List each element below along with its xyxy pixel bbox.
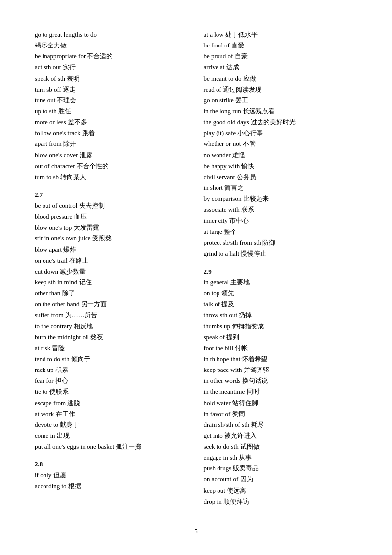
entry-grind-to-a-halt: grind to a halt 慢慢停止: [204, 249, 358, 259]
entry-arrive-at: arrive at 达成: [204, 62, 358, 72]
entry-at-work: at work 在工作: [35, 409, 189, 419]
entry-according-to: according to 根据: [35, 481, 189, 491]
entry-civil-servant: civil servant 公务员: [204, 172, 358, 182]
entry-speak-of: speak of 提到: [204, 332, 358, 342]
entry-speak-of-sth: speak of sth 表明: [35, 74, 189, 84]
entry-come-in: come in 出现: [35, 431, 189, 441]
entry-in-favor-of: in favor of 赞同: [204, 409, 358, 419]
entry-drain-of-sth: drain sh/sth of sth 耗尽: [204, 420, 358, 430]
entry-associate-with: associate with 联系: [204, 205, 358, 215]
entry-more-or-less: more or less 差不多: [35, 117, 189, 127]
entry-on-top: on top 领先: [204, 288, 358, 298]
entry-devote-to: devote to 献身于: [35, 420, 189, 430]
entry-blow-ones-cover: blow one's cover 泄露: [35, 150, 189, 160]
two-column-layout: go to great lengths to do 竭尽全力做 be inapp…: [35, 30, 357, 508]
entry-fear-for: fear for 担心: [35, 376, 189, 386]
entry-seek-to-do: seek to do sth 试图做: [204, 442, 358, 452]
entry-keep-out: keep out 使远离: [204, 486, 358, 496]
entry-jie-jin-quan-li: 竭尽全力做: [35, 41, 189, 50]
entry-turn-sb-off: turn sb off 逐走: [35, 85, 189, 94]
right-top-entries: at a low 处于低水平 be fond of 喜爱 be proud of…: [204, 30, 358, 260]
section-29-header: 2.9: [204, 268, 358, 276]
entry-no-wonder: no wonder 难怪: [204, 150, 358, 160]
section-29: 2.9 in general 主要地 on top 领先 talk of 提及 …: [204, 260, 358, 508]
entry-engage-in-sth: engage in sth 从事: [204, 453, 358, 462]
entry-drop-in: drop in 顺便拜访: [204, 497, 358, 507]
entry-be-fond-of: be fond of 喜爱: [204, 41, 358, 50]
entry-if-only: if only 但愿: [35, 470, 189, 480]
entry-apart-from: apart from 除开: [35, 139, 189, 149]
entry-burn-midnight-oil: burn the midnight oil 熬夜: [35, 332, 189, 342]
entry-at-risk: at risk 冒险: [35, 343, 189, 353]
entry-in-other-words: in other words 换句话说: [204, 376, 358, 386]
entry-throw-sth-out: throw sth out 扔掉: [204, 310, 358, 320]
entry-blow-apart: blow apart 爆炸: [35, 245, 189, 255]
right-column: at a low 处于低水平 be fond of 喜爱 be proud of…: [204, 30, 358, 508]
entry-out-of-character: out of character 不合个性的: [35, 161, 189, 171]
entry-push-drugs: push drugs 贩卖毒品: [204, 463, 358, 473]
entry-keep-pace-with: keep pace with 并驾齐驱: [204, 365, 358, 375]
section-27-header: 2.7: [35, 191, 189, 199]
page-number: 5: [35, 527, 357, 535]
entry-rack-up: rack up 积累: [35, 365, 189, 375]
entry-go-on-strike: go on strike 罢工: [204, 95, 358, 105]
entry-foot-the-bill: foot the bill 付帐: [204, 343, 358, 353]
entry-keep-sth-in-mind: keep sth in mind 记住: [35, 278, 189, 287]
left-column: go to great lengths to do 竭尽全力做 be inapp…: [35, 30, 189, 508]
entry-whether-or-not: whether or not 不管: [204, 139, 358, 149]
entry-read-of: read of 通过阅读发现: [204, 85, 358, 94]
entry-in-short: in short 简言之: [204, 183, 358, 193]
entry-in-general: in general 主要地: [204, 278, 358, 287]
entry-cut-down: cut down 减少数量: [35, 267, 189, 277]
entry-by-comparison: by comparison 比较起来: [204, 194, 358, 204]
entry-good-old-days: the good old days 过去的美好时光: [204, 117, 358, 127]
section-28: 2.8 if only 但愿 according to 根据: [35, 453, 189, 492]
entry-hold-water: hold water 站得住脚: [204, 398, 358, 408]
entry-suffer-from: suffer from 为……所苦: [35, 310, 189, 320]
section-28-header: 2.8: [35, 461, 189, 468]
entry-in-the-meantime: in the meantime 同时: [204, 387, 358, 397]
entry-protect-from: protect sb/sth from sth 防御: [204, 238, 358, 248]
entry-on-account-of: on account of 因为: [204, 474, 358, 484]
entry-thumbs-up: thumbs up 伸拇指赞成: [204, 322, 358, 331]
entry-put-all-eggs: put all one's eggs in one basket 孤注一掷: [35, 442, 189, 452]
entry-turn-to-sb: turn to sb 转向某人: [35, 172, 189, 182]
entry-be-meant-to-do: be meant to do 应做: [204, 74, 358, 84]
entry-on-the-other-hand: on the other hand 另一方面: [35, 299, 189, 309]
entry-talk-of: talk of 提及: [204, 299, 358, 309]
entry-go-to-great-lengths: go to great lengths to do: [35, 30, 189, 40]
entry-play-it-safe: play (it) safe 小心行事: [204, 128, 358, 138]
entry-at-a-low: at a low 处于低水平: [204, 30, 358, 40]
entry-blow-ones-top: blow one's top 大发雷霆: [35, 223, 189, 232]
left-top-entries: go to great lengths to do 竭尽全力做 be inapp…: [35, 30, 189, 183]
entry-be-inappropriate: be inappropriate for 不合适的: [35, 51, 189, 61]
entry-tie-to: tie to 使联系: [35, 387, 189, 397]
entry-in-th-hope-that: in th hope that 怀着希望: [204, 354, 358, 364]
entry-stir-in-ones-own-juice: stir in one's own juice 受煎熬: [35, 233, 189, 243]
entry-be-out-of-control: be out of control 失去控制: [35, 201, 189, 211]
entry-be-proud-of: be proud of 自豪: [204, 51, 358, 61]
entry-on-ones-trail: on one's trail 在路上: [35, 256, 189, 266]
entry-other-than: other than 除了: [35, 288, 189, 298]
entry-be-happy-with: be happy with 愉快: [204, 161, 358, 171]
entry-at-large: at large 整个: [204, 227, 358, 237]
entry-act-sth-out: act sth out 实行: [35, 62, 189, 72]
entry-in-the-long-run: in the long run 长远观点看: [204, 106, 358, 116]
entry-follow-ones-track: follow one's track 跟着: [35, 128, 189, 138]
entry-tend-to-do: tend to do sth 倾向于: [35, 354, 189, 364]
entry-blood-pressure: blood pressure 血压: [35, 212, 189, 222]
entry-up-to-sth: up to sth 胜任: [35, 106, 189, 116]
entry-to-the-contrary: to the contrary 相反地: [35, 322, 189, 331]
entry-get-into: get into 被允许进入: [204, 431, 358, 441]
page-wrapper: go to great lengths to do 竭尽全力做 be inapp…: [35, 30, 357, 535]
section-27: 2.7 be out of control 失去控制 blood pressur…: [35, 183, 189, 453]
entry-escape-from: escape from 逃脱: [35, 398, 189, 408]
entry-inner-city: inner city 市中心: [204, 216, 358, 226]
entry-tune-out: tune out 不理会: [35, 95, 189, 105]
